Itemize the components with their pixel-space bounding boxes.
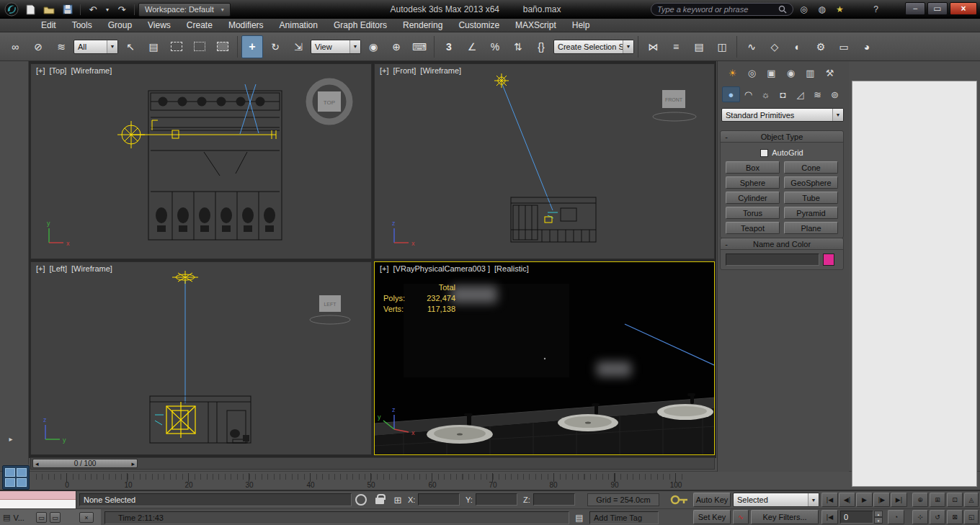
key-mode-toggle-button[interactable]: |◀ — [821, 510, 838, 524]
zoom-region-button[interactable]: ⊠ — [947, 510, 963, 524]
set-key-button[interactable]: Set Key — [693, 510, 731, 524]
object-color-swatch[interactable] — [823, 253, 834, 266]
tab-utilities[interactable]: ⚒ — [821, 65, 839, 81]
x-coordinate-field[interactable] — [418, 493, 460, 506]
render-setup-button[interactable]: ⚙ — [810, 35, 832, 58]
object-name-field[interactable] — [726, 253, 819, 266]
minimize-button[interactable]: − — [905, 2, 925, 15]
tab-display[interactable]: ▥ — [801, 65, 819, 81]
menu-rendering[interactable]: Rendering — [395, 19, 450, 32]
zoom-all-button[interactable]: ⊞ — [930, 493, 945, 507]
keyboard-shortcut-override-button[interactable]: ⌨ — [409, 35, 430, 58]
layer-manager-button[interactable]: ▤ — [688, 35, 710, 58]
help-icon[interactable]: ? — [868, 2, 884, 17]
undo-dropdown-button[interactable]: ▾ — [103, 2, 112, 17]
search-icon[interactable] — [778, 5, 787, 14]
save-file-button[interactable] — [59, 2, 76, 17]
category-lights[interactable]: ☼ — [757, 86, 775, 102]
spinner-snap-toggle-button[interactable]: ⇅ — [507, 35, 529, 58]
listener-script-line[interactable] — [0, 500, 76, 508]
menu-edit[interactable]: Edit — [33, 19, 64, 32]
z-coordinate-field[interactable] — [533, 493, 575, 506]
edit-named-selection-sets-button[interactable]: {} — [530, 35, 552, 58]
time-slider-handle[interactable]: ◂ 0 / 100 ▸ — [32, 459, 138, 468]
torus-button[interactable]: Torus — [726, 207, 780, 219]
current-frame-field[interactable] — [840, 511, 873, 524]
category-space-warps[interactable]: ≋ — [808, 86, 827, 102]
maximize-viewport-toggle-button[interactable]: ◱ — [964, 510, 979, 524]
curve-editor-button[interactable]: ∿ — [741, 35, 762, 58]
spinner-down-icon[interactable]: ▾ — [874, 517, 883, 524]
menu-create[interactable]: Create — [179, 19, 220, 32]
menu-customize[interactable]: Customize — [450, 19, 507, 32]
listener-macro-line[interactable] — [0, 491, 76, 500]
chevron-down-icon[interactable]: ▼ — [808, 493, 819, 506]
undo-button[interactable]: ↶ — [84, 2, 102, 17]
search-input[interactable] — [657, 5, 778, 14]
redo-button[interactable]: ↷ — [113, 2, 130, 17]
time-slider-left-arrow[interactable]: ◂ — [35, 460, 39, 467]
viewport-menu-button[interactable]: [+] — [380, 264, 389, 273]
tab-hierarchy[interactable]: ▣ — [762, 65, 780, 81]
teapot-button[interactable]: Teapot — [726, 222, 780, 234]
new-file-button[interactable] — [22, 2, 39, 17]
schematic-view-button[interactable]: ◇ — [764, 35, 785, 58]
bind-to-space-warp-button[interactable]: ≋ — [50, 35, 72, 58]
name-color-rollout-header[interactable]: - Name and Color — [721, 238, 843, 250]
rendered-frame-window-button[interactable]: ▭ — [833, 35, 855, 58]
menu-tools[interactable]: Tools — [64, 19, 100, 32]
time-configuration-button[interactable]: ◔ — [888, 510, 904, 524]
select-and-link-button[interactable]: ∞ — [4, 35, 26, 58]
frame-spinner[interactable]: ▴ ▾ — [874, 511, 883, 524]
viewport-pov-menu[interactable]: [Top] — [50, 66, 67, 75]
viewport-shading-menu[interactable]: [Wireframe] — [71, 264, 112, 273]
restore-window-button[interactable]: ▭ — [36, 512, 47, 523]
tube-button[interactable]: Tube — [784, 192, 838, 204]
chevron-down-icon[interactable]: ▼ — [832, 109, 843, 121]
add-time-tag-field[interactable]: Add Time Tag — [589, 511, 659, 524]
category-systems[interactable]: ⊚ — [826, 86, 844, 102]
viewcube-left[interactable]: LEFT — [310, 295, 350, 324]
category-helpers[interactable]: ◿ — [791, 86, 809, 102]
timeline-ruler[interactable]: ∿ 0 10 20 30 40 50 60 70 80 90 100 — [0, 471, 980, 490]
viewport-pov-menu[interactable]: [Front] — [393, 66, 416, 75]
menu-group[interactable]: Group — [100, 19, 140, 32]
app-logo-icon[interactable] — [3, 2, 20, 17]
go-to-end-button[interactable]: ▶| — [891, 493, 907, 507]
add-time-tag-icon[interactable]: ▤ — [573, 511, 586, 524]
viewcube-top[interactable]: TOP — [309, 81, 349, 122]
window-crossing-toggle-button[interactable] — [212, 35, 233, 58]
viewport-left[interactable]: [+] [Left] [Wireframe] — [30, 261, 372, 455]
next-frame-button[interactable]: |▶ — [873, 493, 890, 507]
viewport-front[interactable]: [+] [Front] [Wireframe] — [374, 63, 715, 259]
auto-key-button[interactable]: Auto Key — [693, 493, 731, 507]
selection-region-flyout-button[interactable] — [189, 35, 210, 58]
viewport-menu-button[interactable]: [+] — [36, 264, 45, 273]
viewcube-front[interactable]: FRONT — [653, 90, 696, 121]
select-object-button[interactable]: ↖ — [120, 35, 141, 58]
close-listener-button[interactable]: × — [79, 512, 94, 523]
category-shapes[interactable]: ◠ — [739, 86, 757, 102]
menu-graph-editors[interactable]: Graph Editors — [326, 19, 395, 32]
primitive-category-dropdown[interactable]: Standard Primitives ▼ — [721, 108, 844, 122]
viewport-menu-button[interactable]: [+] — [380, 66, 389, 75]
percent-snap-toggle-button[interactable]: % — [484, 35, 506, 58]
time-slider-track[interactable]: ◂ 0 / 100 ▸ — [30, 457, 715, 470]
selection-filter-dropdown[interactable]: All ▼ — [74, 40, 118, 54]
zoom-extents-button[interactable]: ⊡ — [947, 493, 963, 507]
viewport-shading-menu[interactable]: [Wireframe] — [420, 66, 461, 75]
tab-motion[interactable]: ◉ — [782, 65, 800, 81]
select-and-rotate-button[interactable]: ↻ — [264, 35, 286, 58]
cylinder-button[interactable]: Cylinder — [726, 192, 780, 204]
chevron-down-icon[interactable]: ▼ — [349, 40, 360, 53]
menu-modifiers[interactable]: Modifiers — [220, 19, 272, 32]
viewport-pov-menu[interactable]: [VRayPhysicalCamera003 ] — [393, 264, 491, 273]
menu-animation[interactable]: Animation — [272, 19, 326, 32]
open-file-button[interactable] — [40, 2, 58, 17]
sphere-button[interactable]: Sphere — [726, 176, 780, 189]
mirror-button[interactable]: ⋈ — [642, 35, 664, 58]
named-selection-sets-dropdown[interactable]: Create Selection Se ▼ — [553, 40, 634, 54]
favorites-icon[interactable]: ★ — [832, 2, 848, 17]
select-and-scale-button[interactable]: ⇲ — [288, 35, 309, 58]
go-to-start-button[interactable]: |◀ — [821, 493, 838, 507]
